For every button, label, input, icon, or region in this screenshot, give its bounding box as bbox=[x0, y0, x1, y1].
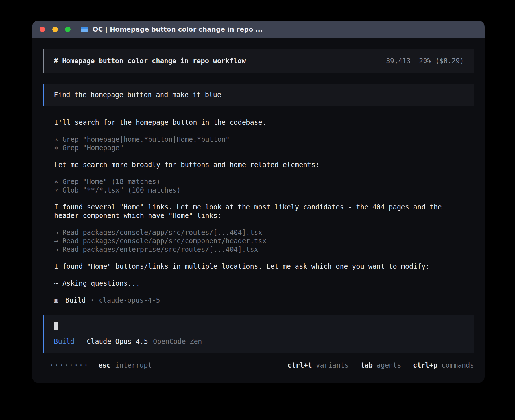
agent-indicator: ▣ Build · claude-opus-4-5 bbox=[54, 296, 474, 305]
agent-icon: ▣ bbox=[54, 296, 58, 305]
session-header: # Homepage button color change in repo w… bbox=[43, 49, 474, 73]
agent-model: claude-opus-4-5 bbox=[99, 296, 160, 305]
shortcut-label: variants bbox=[316, 361, 349, 369]
window-controls bbox=[40, 27, 71, 32]
tool-call-grep: ∗ Grep "Home" (18 matches) bbox=[54, 178, 474, 186]
session-title: # Homepage button color change in repo w… bbox=[54, 57, 246, 65]
spinner-dots: ········ bbox=[49, 361, 89, 369]
titlebar[interactable]: OC | Homepage button color change in rep… bbox=[32, 21, 485, 38]
prompt-input[interactable]: Build Claude Opus 4.5 OpenCode Zen bbox=[43, 315, 474, 353]
user-message: Find the homepage button and make it blu… bbox=[43, 84, 474, 106]
status-message: ~ Asking questions... bbox=[54, 279, 474, 288]
status-right: ctrl+t variants tab agents ctrl+p comman… bbox=[287, 361, 474, 369]
token-count: 39,413 bbox=[386, 57, 411, 65]
tool-call-glob: ∗ Glob "**/*.tsx" (100 matches) bbox=[54, 186, 474, 194]
minimize-button[interactable] bbox=[52, 27, 58, 32]
context-usage: 20% ($0.29) bbox=[419, 57, 464, 65]
terminal-content: # Homepage button color change in repo w… bbox=[32, 38, 485, 369]
input-meta-row: Build Claude Opus 4.5 OpenCode Zen bbox=[54, 337, 464, 346]
terminal-window: OC | Homepage button color change in rep… bbox=[32, 21, 485, 383]
input-model-label: Claude Opus 4.5 bbox=[87, 337, 148, 346]
user-message-text: Find the homepage button and make it blu… bbox=[54, 91, 221, 99]
shortcut-agents: tab agents bbox=[361, 361, 401, 369]
session-stats: 39,413 20% ($0.29) bbox=[386, 57, 464, 65]
close-button[interactable] bbox=[40, 27, 45, 32]
shortcut-key: ctrl+p bbox=[413, 361, 438, 369]
assistant-text: I found several "Home" links. Let me loo… bbox=[54, 203, 455, 220]
agent-separator: · bbox=[90, 296, 94, 305]
folder-icon bbox=[81, 26, 89, 33]
tool-call-read: → Read packages/console/app/src/componen… bbox=[54, 237, 474, 245]
shortcut-key: tab bbox=[361, 361, 373, 369]
assistant-text: Let me search more broadly for buttons a… bbox=[54, 161, 474, 169]
tool-call-read: → Read packages/enterprise/src/routes/[.… bbox=[54, 245, 474, 254]
tool-call-read: → Read packages/console/app/src/routes/[… bbox=[54, 228, 474, 237]
status-left: ········ esc interrupt bbox=[49, 361, 152, 369]
assistant-text: I'll search for the homepage button in t… bbox=[54, 118, 474, 127]
shortcut-label: agents bbox=[377, 361, 401, 369]
assistant-response: I'll search for the homepage button in t… bbox=[43, 118, 474, 305]
status-bar: ········ esc interrupt ctrl+t variants t… bbox=[43, 361, 474, 369]
shortcut-key: ctrl+t bbox=[287, 361, 312, 369]
agent-name: Build bbox=[65, 296, 86, 305]
input-agent-label: Build bbox=[54, 337, 74, 346]
fullscreen-button[interactable] bbox=[65, 27, 71, 32]
esc-key-label: interrupt bbox=[115, 361, 152, 369]
window-title: OC | Homepage button color change in rep… bbox=[93, 26, 263, 33]
text-cursor bbox=[54, 322, 58, 330]
shortcut-commands: ctrl+p commands bbox=[413, 361, 474, 369]
esc-key-hint: esc bbox=[99, 361, 111, 369]
tool-call-grep: ∗ Grep "Homepage" bbox=[54, 144, 474, 152]
tool-call-grep: ∗ Grep "homepage|home.*button|Home.*butt… bbox=[54, 135, 474, 144]
assistant-text: I found "Home" buttons/links in multiple… bbox=[54, 262, 474, 271]
input-provider-label: OpenCode Zen bbox=[153, 337, 202, 346]
shortcut-variants: ctrl+t variants bbox=[287, 361, 348, 369]
shortcut-label: commands bbox=[441, 361, 474, 369]
